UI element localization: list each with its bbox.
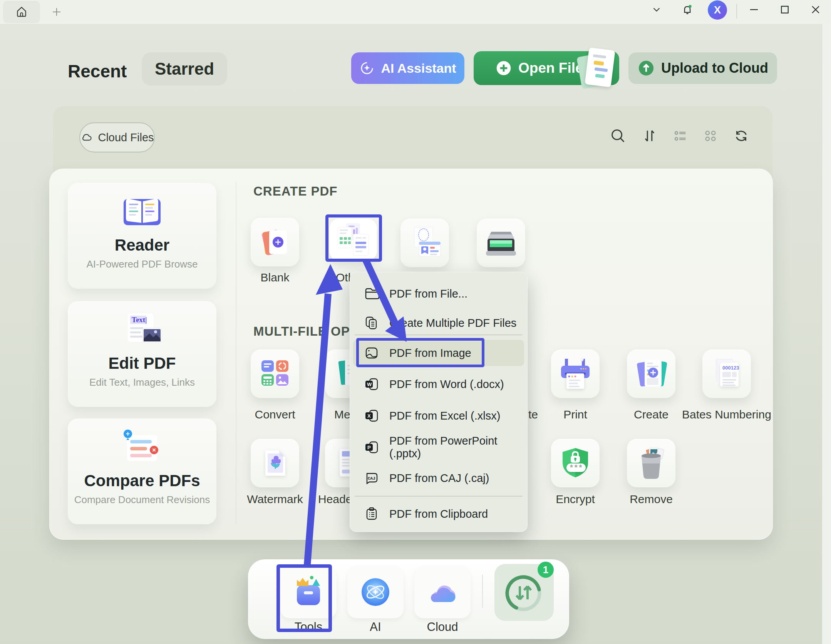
menu-item-pdf-from-clipboard[interactable]: PDF from Clipboard: [350, 500, 527, 528]
tile-convert-label: Convert: [243, 408, 307, 421]
pdf-from-image-highlight-box: [356, 338, 484, 367]
cloud-files-chip[interactable]: Cloud Files: [79, 122, 155, 152]
cloud-storage-icon: [424, 577, 461, 607]
tile-create-label: Create: [619, 408, 683, 421]
hidden-tile-label-fragment: te: [528, 408, 538, 421]
excel-file-icon: X: [363, 407, 380, 424]
remove-trash-icon: [627, 439, 675, 487]
open-file-button[interactable]: Open File: [474, 51, 619, 85]
minimize-button[interactable]: [745, 1, 763, 18]
menu-item-label: PDF from PowerPoint (.pptx): [389, 435, 527, 460]
watermark-icon: [251, 439, 299, 487]
refresh-icon[interactable]: [732, 127, 750, 145]
avatar-initial: X: [714, 4, 721, 16]
card-subtitle: Edit Text, Images, Links: [68, 376, 216, 388]
svg-text:CAJ: CAJ: [368, 476, 375, 481]
upload-to-cloud-label: Upload to Cloud: [661, 60, 768, 76]
menu-item-pdf-from-word[interactable]: W PDF from Word (.docx): [350, 370, 527, 398]
edit-pdf-icon: Text|: [68, 311, 216, 348]
tile-encrypt-label: Encrypt: [543, 493, 607, 506]
upload-to-cloud-button[interactable]: Upload to Cloud: [628, 52, 777, 84]
tile-watermark[interactable]: [251, 439, 299, 487]
maximize-button[interactable]: [776, 1, 794, 18]
tile-convert[interactable]: [251, 350, 299, 398]
menu-item-pdf-from-powerpoint[interactable]: P PDF from PowerPoint (.pptx): [350, 433, 527, 461]
tile-remove[interactable]: [627, 439, 675, 487]
multiple-files-icon: [363, 314, 380, 331]
card-subtitle: Compare Document Revisions: [68, 494, 216, 506]
svg-text:***: ***: [570, 463, 583, 472]
card-subtitle: AI-Powered PDF Browse: [68, 258, 216, 270]
menu-item-label: PDF from Clipboard: [389, 508, 488, 520]
home-tab[interactable]: [3, 1, 40, 23]
tile-remove-label: Remove: [619, 493, 683, 506]
menu-item-label: PDF from Word (.docx): [389, 378, 504, 391]
tile-print-label: Print: [543, 408, 607, 421]
svg-text:W: W: [367, 381, 372, 387]
create-pdf-heading: CREATE PDF: [253, 184, 337, 199]
card-reader[interactable]: Reader AI-Powered PDF Browse: [68, 183, 216, 289]
search-icon[interactable]: [609, 127, 627, 145]
scrollbar-track[interactable]: [822, 24, 831, 644]
menu-item-pdf-from-excel[interactable]: X PDF from Excel (.xlsx): [350, 402, 527, 430]
tile-bates-label: Bates Numbering: [679, 408, 774, 421]
card-title: Compare PDFs: [68, 472, 216, 490]
certificate-pdf-icon: [400, 219, 449, 267]
create-icon: [627, 350, 675, 398]
svg-text:P: P: [367, 445, 371, 450]
tile-create[interactable]: [627, 350, 675, 398]
svg-text:X: X: [367, 413, 371, 419]
card-title: Reader: [68, 236, 216, 254]
avatar[interactable]: X: [708, 0, 727, 20]
home-icon: [15, 5, 28, 18]
tile-certificate-pdf[interactable]: [400, 219, 449, 267]
menu-divider: [355, 496, 523, 497]
tile-encrypt[interactable]: ***: [551, 439, 600, 487]
dock-divider: [482, 575, 483, 608]
notification-bell-icon[interactable]: [679, 1, 696, 18]
tab-starred-label: Starred: [155, 59, 214, 79]
folder-icon: [363, 285, 380, 302]
new-tab-button[interactable]: [51, 6, 62, 18]
ai-assistant-label: AI Assistant: [381, 61, 456, 76]
tile-blank-label: Blank: [251, 271, 299, 284]
upload-arrow-icon: [637, 59, 655, 77]
menu-item-create-multiple[interactable]: Create Multiple PDF Files: [350, 309, 527, 337]
svg-text:Text|: Text|: [132, 316, 147, 324]
tile-bates-numbering[interactable]: 000123: [702, 350, 751, 398]
menu-item-label: PDF from Excel (.xlsx): [389, 410, 500, 422]
close-button[interactable]: [807, 1, 824, 18]
sort-icon[interactable]: [641, 127, 658, 145]
titlebar-divider: [736, 4, 737, 18]
powerpoint-file-icon: P: [363, 439, 380, 456]
grid-view-icon[interactable]: [702, 127, 719, 145]
tile-print[interactable]: [551, 350, 600, 398]
list-view-icon[interactable]: [672, 127, 689, 145]
panel-divider: [236, 182, 236, 524]
menu-item-pdf-from-caj[interactable]: CAJ PDF from CAJ (.caj): [350, 464, 527, 492]
ai-icon: [358, 574, 393, 610]
menu-item-label: PDF from CAJ (.caj): [389, 472, 489, 485]
dock-cloud-button[interactable]: [414, 566, 471, 618]
ai-assistant-button[interactable]: AI Assistant: [351, 52, 464, 84]
chevron-down-icon[interactable]: [648, 1, 665, 18]
convert-icon: [251, 350, 299, 398]
plus-circle-icon: [495, 60, 512, 77]
dock-ai-button[interactable]: [347, 566, 404, 618]
menu-item-label: Create Multiple PDF Files: [389, 317, 516, 330]
tile-scanner-pdf[interactable]: [477, 219, 525, 267]
tab-recent[interactable]: Recent: [68, 61, 127, 82]
dock-sync-button[interactable]: 1: [494, 564, 554, 621]
tile-blank-pdf[interactable]: [251, 218, 299, 266]
card-edit-pdf[interactable]: Text| Edit PDF Edit Text, Images, Links: [68, 301, 216, 407]
tab-starred[interactable]: Starred: [142, 52, 227, 85]
menu-item-pdf-from-file[interactable]: PDF from File...: [350, 280, 527, 308]
ai-sparkle-icon: [359, 60, 375, 76]
cloud-files-label: Cloud Files: [98, 131, 154, 144]
card-compare-pdfs[interactable]: Compare PDFs Compare Document Revisions: [68, 418, 216, 524]
tile-watermark-label: Watermark: [243, 493, 307, 506]
blank-pdf-icon: [251, 218, 299, 266]
documents-illustration: [577, 47, 619, 89]
sync-badge: 1: [538, 562, 554, 578]
bates-numbering-icon: 000123: [702, 350, 751, 398]
